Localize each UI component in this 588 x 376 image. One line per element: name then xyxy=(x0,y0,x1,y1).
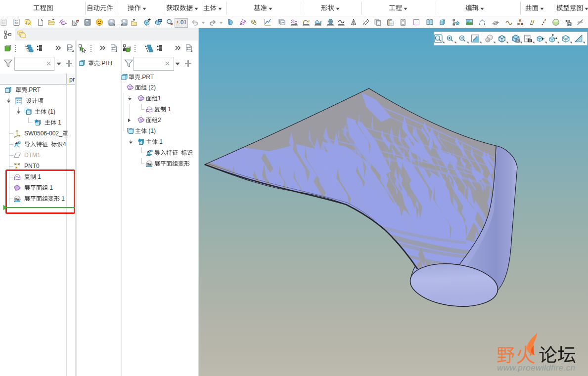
svg-text:.PRT: .PRT xyxy=(100,60,114,67)
svg-text:DTM1: DTM1 xyxy=(24,152,41,159)
svg-text:.PRT: .PRT xyxy=(140,74,154,81)
svg-text:(2): (2) xyxy=(148,84,156,91)
svg-text:PNT0: PNT0 xyxy=(24,163,40,169)
svg-text:.PRT: .PRT xyxy=(27,86,41,93)
svg-text:1: 1 xyxy=(58,119,61,126)
svg-text:SW0506-002_: SW0506-002_ xyxy=(24,130,62,137)
svg-text:1: 1 xyxy=(158,95,161,102)
svg-text:2: 2 xyxy=(158,117,161,124)
svg-text:(1): (1) xyxy=(148,127,156,134)
svg-text:www.proewildfire.cn: www.proewildfire.cn xyxy=(497,363,575,373)
svg-text:(1): (1) xyxy=(48,108,55,115)
svg-text:4: 4 xyxy=(63,141,66,148)
svg-text:pr: pr xyxy=(69,76,75,83)
svg-text:1: 1 xyxy=(168,106,171,113)
svg-text:1: 1 xyxy=(159,138,163,145)
